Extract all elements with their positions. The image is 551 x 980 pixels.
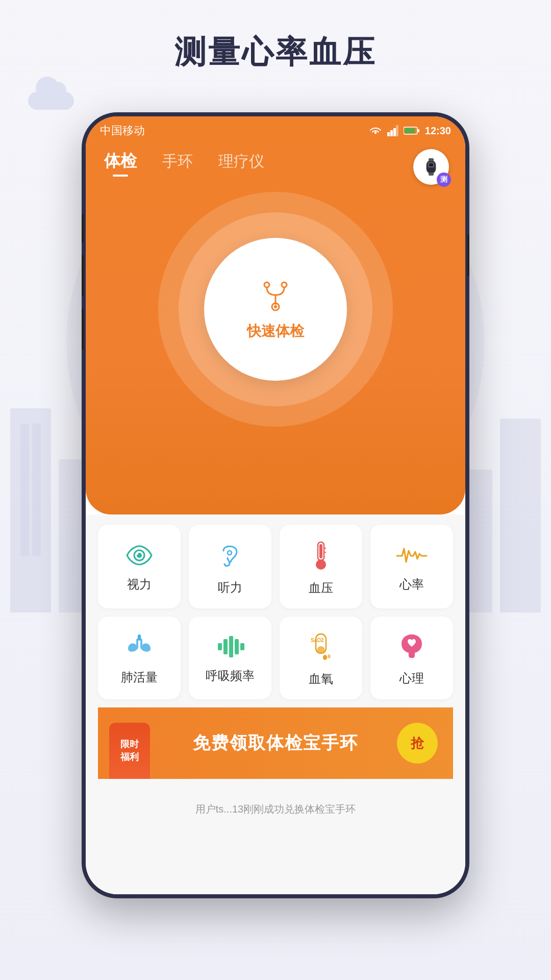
grid-item-hearing[interactable]: 听力 bbox=[189, 525, 271, 608]
svg-point-36 bbox=[323, 655, 327, 660]
oxygen-label: 血氧 bbox=[309, 671, 333, 687]
svg-point-19 bbox=[136, 553, 138, 555]
center-button-outer[interactable]: 快速体检 bbox=[158, 192, 393, 427]
svg-rect-9 bbox=[429, 163, 433, 166]
breath-icon bbox=[215, 635, 245, 658]
health-grid-area: 视力 听力 bbox=[86, 514, 465, 894]
heartrate-icon bbox=[396, 544, 428, 567]
svg-text:SaO2: SaO2 bbox=[311, 638, 324, 643]
svg-rect-34 bbox=[317, 646, 325, 653]
svg-rect-31 bbox=[235, 639, 239, 654]
ear-icon bbox=[218, 541, 242, 570]
grid-item-lung[interactable]: 肺活量 bbox=[98, 617, 181, 699]
notification-bar: 用户ts...13刚刚成功兑换体检宝手环 bbox=[86, 798, 465, 820]
wristband-badge: 测 bbox=[437, 173, 451, 187]
bp-label: 血压 bbox=[309, 580, 333, 596]
center-button-inner: 快速体检 bbox=[204, 238, 347, 381]
svg-rect-10 bbox=[429, 158, 434, 161]
grid-item-bp[interactable]: 血压 bbox=[280, 525, 362, 608]
volume-up-button bbox=[82, 255, 84, 296]
lung-icon bbox=[124, 633, 155, 660]
signal-icon bbox=[387, 125, 398, 136]
tab-physical[interactable]: 体检 bbox=[104, 150, 137, 177]
status-icons: 12:30 bbox=[369, 125, 451, 137]
breath-label: 呼吸频率 bbox=[206, 668, 255, 684]
stethoscope-icon bbox=[258, 278, 293, 313]
battery-icon bbox=[404, 126, 420, 135]
page-title: 测量心率血压 bbox=[0, 31, 551, 74]
header-area: 中国移动 bbox=[86, 116, 465, 514]
power-button bbox=[467, 235, 469, 276]
svg-point-37 bbox=[328, 654, 331, 658]
svg-rect-6 bbox=[405, 128, 415, 133]
svg-rect-0 bbox=[387, 132, 390, 136]
svg-rect-28 bbox=[218, 643, 222, 650]
status-bar: 中国移动 bbox=[86, 116, 465, 145]
grid-item-hr[interactable]: 心率 bbox=[370, 525, 453, 608]
svg-rect-32 bbox=[240, 643, 244, 650]
svg-point-16 bbox=[274, 305, 277, 308]
limited-badge: 限时 福利 bbox=[109, 723, 150, 779]
wifi-icon bbox=[369, 125, 382, 136]
volume-mute-button bbox=[82, 214, 84, 242]
health-grid-row2: 肺活量 呼吸频率 bbox=[98, 617, 453, 699]
eye-icon bbox=[125, 544, 154, 567]
thermometer-icon bbox=[311, 540, 331, 571]
svg-rect-1 bbox=[390, 130, 393, 136]
mental-icon bbox=[398, 632, 425, 661]
svg-rect-3 bbox=[396, 125, 398, 136]
grab-button[interactable]: 抢 bbox=[397, 723, 438, 764]
volume-down-button bbox=[82, 309, 84, 350]
tab-band[interactable]: 手环 bbox=[162, 151, 193, 176]
notification-text: 用户ts...13刚刚成功兑换体检宝手环 bbox=[195, 802, 356, 816]
lung-label: 肺活量 bbox=[121, 669, 158, 685]
grid-item-vision[interactable]: 视力 bbox=[98, 525, 181, 608]
tab-therapy[interactable]: 理疗仪 bbox=[218, 151, 264, 176]
vision-label: 视力 bbox=[127, 576, 152, 593]
tab-bar: 体检 手环 理疗仪 bbox=[86, 145, 465, 182]
svg-rect-11 bbox=[429, 173, 434, 176]
svg-rect-27 bbox=[138, 634, 141, 641]
oxygen-icon: SaO2 bbox=[308, 632, 334, 662]
center-button-label: 快速体检 bbox=[247, 322, 304, 341]
center-button-mid: 快速体检 bbox=[179, 212, 372, 406]
carrier-label: 中国移动 bbox=[100, 123, 145, 138]
hr-label: 心率 bbox=[399, 576, 424, 593]
hearing-label: 听力 bbox=[218, 579, 242, 596]
svg-rect-30 bbox=[229, 636, 233, 657]
svg-rect-23 bbox=[319, 544, 322, 558]
wristband-button[interactable]: 测 bbox=[413, 149, 454, 190]
grid-item-mental[interactable]: 心理 bbox=[370, 617, 453, 699]
grid-item-oxygen[interactable]: SaO2 血氧 bbox=[280, 617, 362, 699]
phone-screen: 中国移动 bbox=[86, 116, 465, 894]
svg-point-20 bbox=[228, 551, 232, 555]
bottom-banner[interactable]: 限时 福利 免费领取体检宝手环 抢 bbox=[98, 707, 453, 779]
health-grid-row1: 视力 听力 bbox=[98, 525, 453, 608]
banner-text: 免费领取体检宝手环 bbox=[193, 731, 358, 755]
svg-point-22 bbox=[316, 559, 326, 570]
mental-label: 心理 bbox=[399, 670, 424, 687]
svg-rect-5 bbox=[417, 129, 419, 132]
status-time: 12:30 bbox=[425, 125, 451, 137]
phone-frame: 中国移动 bbox=[82, 112, 469, 898]
cloud bbox=[28, 79, 84, 110]
svg-rect-2 bbox=[393, 128, 396, 136]
svg-rect-29 bbox=[223, 639, 228, 654]
grid-item-breath[interactable]: 呼吸频率 bbox=[189, 617, 271, 699]
